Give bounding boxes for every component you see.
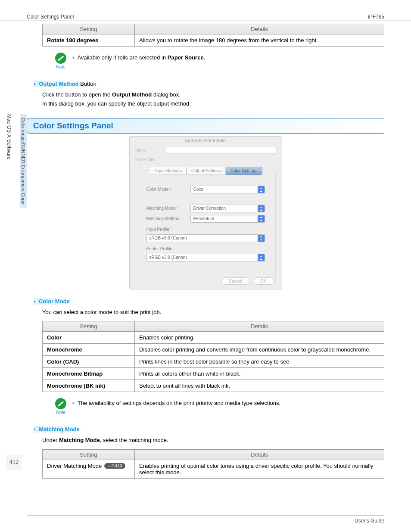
note-label: Note — [55, 65, 66, 69]
col-setting: Setting — [43, 24, 135, 34]
chevron-updown-icon — [258, 215, 265, 222]
matchingmode-label: Matching Mode : — [146, 206, 188, 211]
table-row: Monochrome (BK ink)Select to print all l… — [43, 380, 384, 392]
chevron-updown-icon — [258, 205, 265, 212]
col-details: Details — [135, 24, 384, 34]
note-icon — [55, 53, 66, 64]
output-method-body: Click the button to open the Output Meth… — [27, 90, 384, 110]
matchingmode-table: Setting Details Driver Matching Mode →P.… — [42, 449, 384, 479]
name-label: Name : — [135, 148, 165, 152]
matchingmethod-select[interactable]: Perceptual — [190, 215, 265, 223]
model-name: iPF765 — [368, 14, 384, 20]
note-text: Available only if rolls are selected in — [77, 54, 167, 61]
breadcrumb: Color Settings Panel — [27, 14, 74, 20]
sidebar-category: Mac OS X Software — [6, 114, 12, 208]
matchingmethod-label: Matching Method : — [146, 216, 188, 221]
table-row: Rotate 180 degrees Allows you to rotate … — [43, 34, 384, 47]
matchingmode-intro: Under Matching Mode, select the matching… — [27, 435, 384, 447]
note-text: The availability of settings depends on … — [78, 400, 280, 406]
table-row: MonochromeDisables color printing and co… — [43, 344, 384, 356]
note-label: Note — [55, 410, 66, 415]
page-ref-pill[interactable]: →P.413 — [104, 463, 125, 469]
colormode-select[interactable]: Color — [190, 186, 265, 193]
matchingmode-heading: • Matching Mode — [27, 417, 384, 435]
note-block: Note • The availability of settings depe… — [42, 395, 384, 417]
colormode-table: Setting Details ColorEnables color print… — [42, 321, 384, 392]
sidebar-topic: Color imageRUNNER Enlargement Copy — [20, 114, 27, 208]
chevron-updown-icon — [258, 254, 265, 261]
printerprofile-label: Printer Profile : — [146, 246, 265, 251]
colormode-heading: • Color Mode — [27, 289, 384, 307]
inputprofile-label: Input Profile : — [146, 227, 265, 232]
printerprofile-select[interactable]: sRGB v3.0 (Canon) — [146, 254, 265, 261]
chevron-updown-icon — [258, 235, 265, 242]
output-method-heading: • Output Method Button — [27, 72, 384, 90]
table-row: Monochrome BitmapPrints all colors other… — [43, 368, 384, 380]
colormode-intro: You can select a color mode to suit the … — [27, 307, 384, 319]
matchingmode-select[interactable]: Driver Correction — [190, 205, 265, 212]
page-number: 412 — [6, 454, 22, 470]
chevron-updown-icon — [258, 186, 265, 193]
inputprofile-select[interactable]: sRGB v3.0 (Canon) — [146, 234, 265, 242]
colormode-label: Color Mode : — [146, 187, 188, 192]
dialog-title: Add/Edit Hot Folder — [130, 137, 282, 146]
table-row: Driver Matching Mode →P.413 Enables prin… — [43, 460, 384, 479]
table-row: Color (CAD)Prints lines in the best colo… — [43, 356, 384, 368]
note-block: Note • Available only if rolls are selec… — [42, 50, 384, 72]
rotate-table: Setting Details Rotate 180 degrees Allow… — [42, 24, 384, 47]
name-input[interactable] — [165, 147, 277, 154]
footer: User's Guide — [27, 516, 384, 524]
hotfolder-dialog: Add/Edit Hot Folder Name : Hot Folder : … — [129, 136, 282, 289]
table-row: ColorEnables color printing. — [43, 332, 384, 344]
hotfolder-label: Hot Folder : — [135, 157, 165, 162]
note-icon — [55, 398, 66, 409]
panel-title: Color Settings Panel — [27, 118, 384, 134]
